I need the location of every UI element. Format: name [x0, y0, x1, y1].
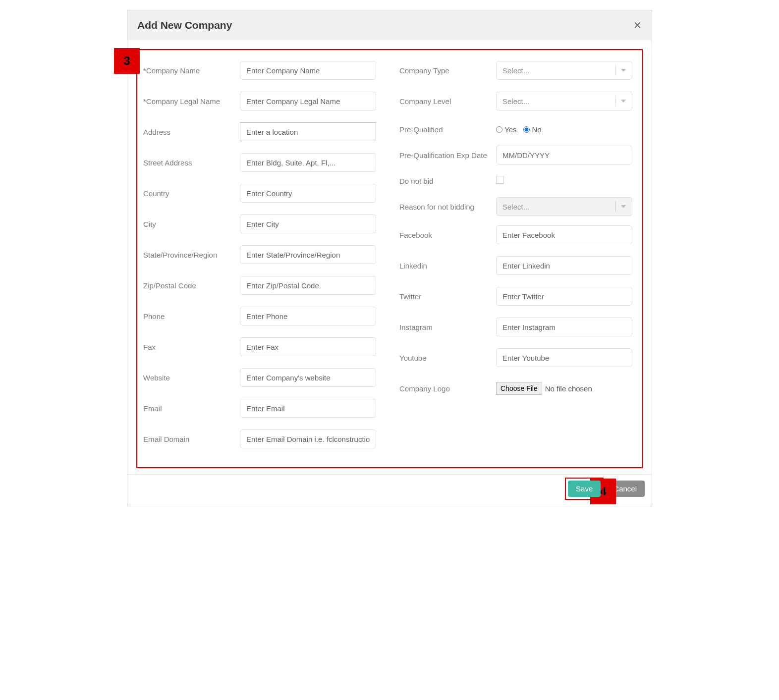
facebook-label: Facebook [399, 231, 496, 239]
fax-label: Fax [143, 343, 240, 351]
company-logo-label: Company Logo [399, 384, 496, 393]
company-type-placeholder: Select... [502, 66, 529, 75]
email-domain-input[interactable] [240, 430, 376, 448]
company-level-placeholder: Select... [502, 97, 529, 106]
company-legal-name-label: *Company Legal Name [143, 97, 240, 106]
state-label: State/Province/Region [143, 251, 240, 259]
left-column: *Company Name *Company Legal Name Addres… [143, 55, 380, 454]
save-button[interactable]: Save [568, 481, 601, 497]
modal-header: Add New Company ✕ [127, 10, 652, 40]
annotation-marker-3: 3 [114, 48, 140, 74]
modal-footer: 4 Save Cancel [127, 474, 652, 506]
street-address-label: Street Address [143, 159, 240, 167]
street-address-input[interactable] [240, 153, 376, 172]
zip-input[interactable] [240, 276, 376, 295]
linkedin-label: Linkedin [399, 262, 496, 270]
instagram-label: Instagram [399, 323, 496, 331]
reason-not-bidding-placeholder: Select... [502, 203, 529, 211]
country-input[interactable] [240, 184, 376, 203]
form-highlight-box: *Company Name *Company Legal Name Addres… [136, 49, 643, 468]
company-name-label: *Company Name [143, 66, 240, 75]
email-label: Email [143, 404, 240, 413]
youtube-input[interactable] [496, 348, 632, 367]
city-label: City [143, 220, 240, 228]
modal-title: Add New Company [137, 19, 232, 31]
website-input[interactable] [240, 368, 376, 387]
reason-not-bidding-label: Reason for not bidding [399, 203, 496, 211]
youtube-label: Youtube [399, 354, 496, 362]
pre-qual-exp-label: Pre-Qualification Exp Date [399, 151, 496, 160]
company-legal-name-input[interactable] [240, 92, 376, 110]
radio-yes-label: Yes [504, 125, 516, 134]
address-input[interactable] [240, 122, 376, 141]
reason-not-bidding-select[interactable]: Select... [496, 197, 632, 216]
email-domain-label: Email Domain [143, 435, 240, 443]
email-input[interactable] [240, 399, 376, 418]
pre-qualified-label: Pre-Qualified [399, 125, 496, 134]
address-label: Address [143, 128, 240, 136]
company-level-label: Company Level [399, 97, 496, 106]
chevron-down-icon [621, 205, 626, 208]
phone-label: Phone [143, 312, 240, 321]
zip-label: Zip/Postal Code [143, 281, 240, 290]
do-not-bid-checkbox[interactable] [496, 176, 504, 184]
add-company-modal: 3 Add New Company ✕ *Company Name *Compa… [127, 10, 652, 506]
close-icon[interactable]: ✕ [633, 20, 642, 30]
website-label: Website [143, 374, 240, 382]
choose-file-button[interactable]: Choose File [496, 382, 542, 395]
linkedin-input[interactable] [496, 256, 632, 275]
company-name-input[interactable] [240, 61, 376, 80]
city-input[interactable] [240, 215, 376, 233]
do-not-bid-label: Do not bid [399, 177, 496, 185]
country-label: Country [143, 189, 240, 198]
chevron-down-icon [621, 69, 626, 72]
company-type-label: Company Type [399, 66, 496, 75]
phone-input[interactable] [240, 307, 376, 325]
radio-no-label: No [532, 125, 541, 134]
fax-input[interactable] [240, 337, 376, 356]
twitter-label: Twitter [399, 292, 496, 301]
file-status-text: No file chosen [545, 384, 592, 393]
instagram-input[interactable] [496, 318, 632, 336]
right-column: Company Type Select... Company Level Sel… [399, 55, 636, 454]
pre-qual-exp-input[interactable] [496, 146, 632, 164]
pre-qualified-no-radio[interactable]: No [523, 125, 541, 134]
state-input[interactable] [240, 245, 376, 264]
facebook-input[interactable] [496, 225, 632, 244]
modal-body: *Company Name *Company Legal Name Addres… [127, 40, 652, 474]
company-type-select[interactable]: Select... [496, 61, 632, 80]
twitter-input[interactable] [496, 287, 632, 306]
chevron-down-icon [621, 100, 626, 103]
company-level-select[interactable]: Select... [496, 92, 632, 110]
pre-qualified-yes-radio[interactable]: Yes [496, 125, 516, 134]
